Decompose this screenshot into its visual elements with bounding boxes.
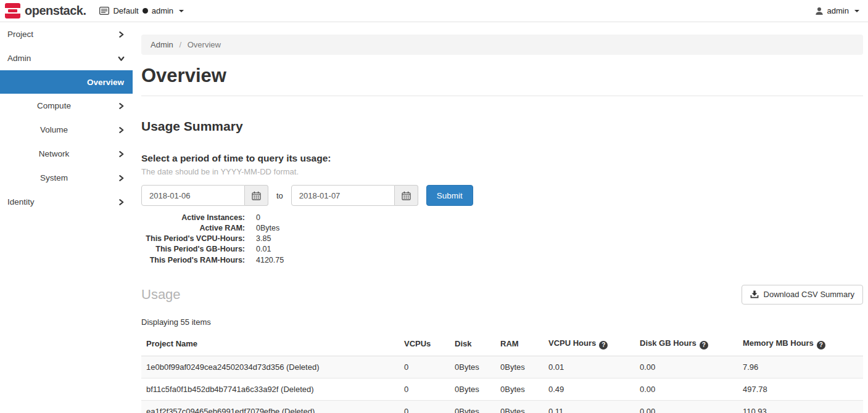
calendar-icon: [252, 191, 261, 200]
cell-vcpus: 0: [399, 378, 450, 400]
submit-button[interactable]: Submit: [426, 185, 473, 206]
main-content: Admin / Overview Overview Usage Summary …: [133, 22, 868, 413]
user-name-label: admin: [827, 6, 849, 15]
table-row: bf11c5fa0f1b452db4b7741a6c33a92f (Delete…: [141, 378, 863, 400]
to-label: to: [276, 191, 283, 200]
cell-vcpus: 0: [399, 400, 450, 413]
cell-disk: 0Bytes: [450, 356, 495, 378]
cell-vcpu-hours: 0.01: [544, 356, 635, 378]
cell-vcpu-hours: 0.11: [544, 400, 635, 413]
openstack-logo-icon: [5, 3, 20, 18]
sidebar-item-label: Admin: [7, 54, 31, 63]
help-icon[interactable]: ?: [817, 341, 825, 350]
context-project-label: admin: [152, 6, 173, 15]
stat-value: 3.85: [256, 235, 271, 243]
items-count: Displaying 55 items: [141, 317, 863, 327]
start-date-calendar-button[interactable]: [245, 185, 268, 206]
cell-disk-gb-hours: 0.00: [635, 400, 738, 413]
project-context-switcher[interactable]: Default admin: [99, 6, 184, 15]
user-icon: [815, 7, 824, 15]
sidebar: Project Admin Overview Compute Volume: [0, 22, 133, 413]
date-range-form: to Submit: [141, 185, 863, 206]
sidebar-item-label: Network: [39, 149, 70, 158]
chevron-right-icon: [118, 126, 125, 133]
start-date-input[interactable]: [141, 185, 245, 206]
sidebar-item-label: Compute: [37, 101, 71, 110]
chevron-right-icon: [118, 150, 125, 157]
stat-vcpu-hours: This Period's VCPU-Hours: 3.85: [141, 235, 863, 243]
sidebar-item-compute[interactable]: Compute: [0, 94, 133, 118]
chevron-down-icon: [118, 55, 125, 62]
chevron-right-icon: [118, 174, 125, 181]
chevron-right-icon: [118, 102, 125, 109]
end-date-input[interactable]: [291, 185, 395, 206]
usage-table-heading: Usage: [141, 287, 181, 303]
brand-wordmark: openstack.: [25, 4, 86, 18]
chevron-down-icon: [854, 10, 859, 12]
stat-label: This Period's GB-Hours:: [141, 245, 245, 253]
breadcrumb-current: Overview: [188, 40, 221, 49]
cell-disk: 0Bytes: [450, 400, 495, 413]
stat-active-ram: Active RAM: 0Bytes: [141, 224, 863, 232]
cell-memory-mb-hours: 7.96: [738, 356, 863, 378]
end-date-calendar-button[interactable]: [395, 185, 418, 206]
stat-gb-hours: This Period's GB-Hours: 0.01: [141, 245, 863, 253]
title-divider: [141, 96, 863, 96]
sidebar-item-project[interactable]: Project: [0, 22, 133, 46]
cell-disk: 0Bytes: [450, 378, 495, 400]
help-icon[interactable]: ?: [599, 341, 608, 350]
table-row: 1e0b0f99af0249cea24502034d73d356 (Delete…: [141, 356, 863, 378]
date-range-prompt: Select a period of time to query its usa…: [141, 153, 863, 164]
stat-value: 4120.75: [256, 256, 284, 264]
cell-ram: 0Bytes: [495, 378, 544, 400]
context-separator-dot: [143, 8, 148, 14]
chevron-right-icon: [118, 198, 125, 205]
breadcrumb-separator: /: [179, 40, 181, 49]
column-header-project-name: Project Name: [141, 332, 399, 356]
column-header-vcpu-hours: VCPU Hours?: [544, 332, 635, 356]
cell-memory-mb-hours: 110.93: [738, 400, 863, 413]
stat-value: 0.01: [256, 245, 271, 253]
cell-project-name: ea1f2f357c09465eb6991edf7079efbe (Delete…: [141, 400, 399, 413]
chevron-right-icon: [118, 31, 125, 38]
date-format-hint: The date should be in YYYY-MM-DD format.: [141, 167, 863, 176]
cell-project-name: 1e0b0f99af0249cea24502034d73d356 (Delete…: [141, 356, 399, 378]
stat-value: 0: [256, 214, 260, 222]
chevron-down-icon: [179, 10, 184, 12]
context-domain-label: Default: [113, 6, 138, 15]
user-menu[interactable]: admin: [815, 6, 859, 15]
stat-label: Active RAM:: [141, 224, 245, 232]
sidebar-item-label: Volume: [40, 125, 68, 134]
cell-vcpus: 0: [399, 356, 450, 378]
column-header-disk: Disk: [450, 332, 495, 356]
calendar-icon: [402, 191, 411, 200]
page-title: Overview: [141, 65, 863, 87]
usage-table: Project Name VCPUs Disk RAM VCPU Hours?: [141, 332, 863, 413]
sidebar-item-volume[interactable]: Volume: [0, 118, 133, 142]
table-header-row: Project Name VCPUs Disk RAM VCPU Hours?: [141, 332, 863, 356]
openstack-brand[interactable]: openstack.: [5, 3, 86, 18]
sidebar-item-identity[interactable]: Identity: [0, 190, 133, 214]
column-header-vcpus: VCPUs: [399, 332, 450, 356]
sidebar-item-label: Overview: [87, 78, 124, 87]
cell-memory-mb-hours: 497.78: [738, 378, 863, 400]
stat-label: This Period's RAM-Hours:: [141, 256, 245, 264]
stat-label: Active Instances:: [141, 214, 245, 222]
help-icon[interactable]: ?: [700, 341, 708, 350]
topbar: openstack. Default admin admin: [0, 0, 868, 22]
sidebar-item-label: Project: [7, 30, 33, 39]
download-csv-button[interactable]: Download CSV Summary: [742, 285, 863, 305]
sidebar-item-network[interactable]: Network: [0, 142, 133, 166]
column-header-memory-mb-hours: Memory MB Hours?: [738, 332, 863, 356]
end-date-group: [291, 185, 418, 206]
sidebar-item-admin[interactable]: Admin: [0, 46, 133, 70]
sidebar-item-overview[interactable]: Overview: [0, 70, 133, 94]
sidebar-item-system[interactable]: System: [0, 166, 133, 190]
column-header-ram: RAM: [495, 332, 544, 356]
cell-ram: 0Bytes: [495, 400, 544, 413]
cell-disk-gb-hours: 0.00: [635, 378, 738, 400]
column-header-disk-gb-hours: Disk GB Hours?: [635, 332, 738, 356]
stat-ram-hours: This Period's RAM-Hours: 4120.75: [141, 256, 863, 264]
stat-label: This Period's VCPU-Hours:: [141, 235, 245, 243]
cell-ram: 0Bytes: [495, 356, 544, 378]
